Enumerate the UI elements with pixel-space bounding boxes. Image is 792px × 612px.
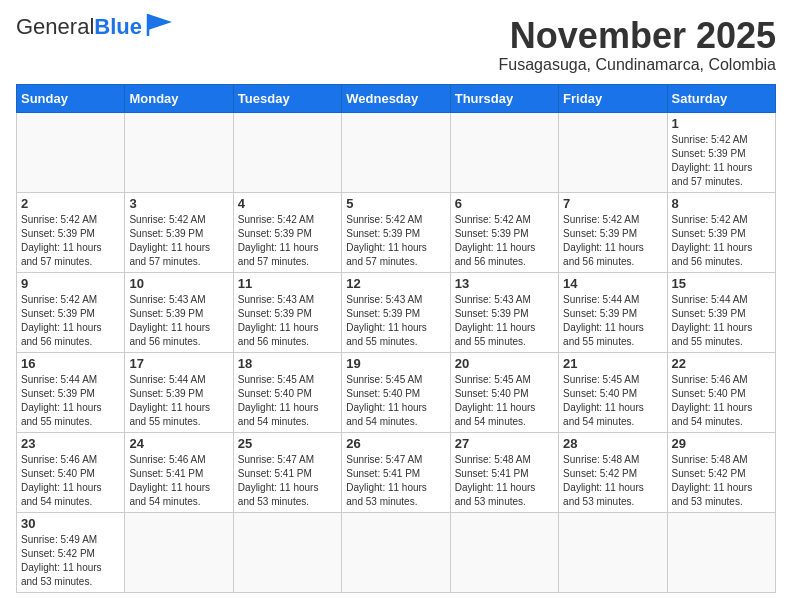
calendar-cell: 14Sunrise: 5:44 AM Sunset: 5:39 PM Dayli…: [559, 272, 667, 352]
day-number: 4: [238, 196, 337, 211]
calendar-cell: 1Sunrise: 5:42 AM Sunset: 5:39 PM Daylig…: [667, 112, 775, 192]
day-info: Sunrise: 5:42 AM Sunset: 5:39 PM Dayligh…: [21, 293, 120, 349]
calendar-cell: [342, 512, 450, 592]
day-number: 2: [21, 196, 120, 211]
day-number: 11: [238, 276, 337, 291]
day-info: Sunrise: 5:43 AM Sunset: 5:39 PM Dayligh…: [455, 293, 554, 349]
calendar-cell: [450, 112, 558, 192]
calendar-cell: 9Sunrise: 5:42 AM Sunset: 5:39 PM Daylig…: [17, 272, 125, 352]
day-info: Sunrise: 5:45 AM Sunset: 5:40 PM Dayligh…: [346, 373, 445, 429]
calendar-week-row: 23Sunrise: 5:46 AM Sunset: 5:40 PM Dayli…: [17, 432, 776, 512]
day-number: 20: [455, 356, 554, 371]
day-number: 29: [672, 436, 771, 451]
calendar-cell: 6Sunrise: 5:42 AM Sunset: 5:39 PM Daylig…: [450, 192, 558, 272]
calendar-cell: 26Sunrise: 5:47 AM Sunset: 5:41 PM Dayli…: [342, 432, 450, 512]
day-info: Sunrise: 5:44 AM Sunset: 5:39 PM Dayligh…: [21, 373, 120, 429]
title-area: November 2025 Fusagasuga, Cundinamarca, …: [499, 16, 776, 74]
calendar-cell: 29Sunrise: 5:48 AM Sunset: 5:42 PM Dayli…: [667, 432, 775, 512]
calendar-cell: 17Sunrise: 5:44 AM Sunset: 5:39 PM Dayli…: [125, 352, 233, 432]
day-number: 24: [129, 436, 228, 451]
day-info: Sunrise: 5:42 AM Sunset: 5:39 PM Dayligh…: [129, 213, 228, 269]
day-info: Sunrise: 5:48 AM Sunset: 5:41 PM Dayligh…: [455, 453, 554, 509]
calendar-cell: 18Sunrise: 5:45 AM Sunset: 5:40 PM Dayli…: [233, 352, 341, 432]
weekday-header-tuesday: Tuesday: [233, 84, 341, 112]
day-info: Sunrise: 5:46 AM Sunset: 5:40 PM Dayligh…: [21, 453, 120, 509]
weekday-header-sunday: Sunday: [17, 84, 125, 112]
day-number: 14: [563, 276, 662, 291]
calendar-cell: 8Sunrise: 5:42 AM Sunset: 5:39 PM Daylig…: [667, 192, 775, 272]
page-header: GeneralBlue November 2025 Fusagasuga, Cu…: [16, 16, 776, 74]
weekday-header-monday: Monday: [125, 84, 233, 112]
calendar-week-row: 16Sunrise: 5:44 AM Sunset: 5:39 PM Dayli…: [17, 352, 776, 432]
day-number: 3: [129, 196, 228, 211]
day-info: Sunrise: 5:48 AM Sunset: 5:42 PM Dayligh…: [563, 453, 662, 509]
day-info: Sunrise: 5:42 AM Sunset: 5:39 PM Dayligh…: [238, 213, 337, 269]
day-number: 7: [563, 196, 662, 211]
weekday-header-saturday: Saturday: [667, 84, 775, 112]
calendar-cell: 3Sunrise: 5:42 AM Sunset: 5:39 PM Daylig…: [125, 192, 233, 272]
day-info: Sunrise: 5:42 AM Sunset: 5:39 PM Dayligh…: [563, 213, 662, 269]
calendar-cell: 5Sunrise: 5:42 AM Sunset: 5:39 PM Daylig…: [342, 192, 450, 272]
day-info: Sunrise: 5:46 AM Sunset: 5:41 PM Dayligh…: [129, 453, 228, 509]
day-number: 25: [238, 436, 337, 451]
calendar-cell: 7Sunrise: 5:42 AM Sunset: 5:39 PM Daylig…: [559, 192, 667, 272]
day-info: Sunrise: 5:44 AM Sunset: 5:39 PM Dayligh…: [563, 293, 662, 349]
calendar-cell: 2Sunrise: 5:42 AM Sunset: 5:39 PM Daylig…: [17, 192, 125, 272]
calendar-cell: 12Sunrise: 5:43 AM Sunset: 5:39 PM Dayli…: [342, 272, 450, 352]
calendar-week-row: 2Sunrise: 5:42 AM Sunset: 5:39 PM Daylig…: [17, 192, 776, 272]
calendar-week-row: 1Sunrise: 5:42 AM Sunset: 5:39 PM Daylig…: [17, 112, 776, 192]
logo-flag-icon: [144, 12, 174, 38]
svg-marker-0: [148, 14, 172, 30]
day-number: 5: [346, 196, 445, 211]
calendar-cell: 11Sunrise: 5:43 AM Sunset: 5:39 PM Dayli…: [233, 272, 341, 352]
day-info: Sunrise: 5:46 AM Sunset: 5:40 PM Dayligh…: [672, 373, 771, 429]
calendar-week-row: 9Sunrise: 5:42 AM Sunset: 5:39 PM Daylig…: [17, 272, 776, 352]
calendar-cell: [125, 112, 233, 192]
weekday-header-wednesday: Wednesday: [342, 84, 450, 112]
calendar-cell: 13Sunrise: 5:43 AM Sunset: 5:39 PM Dayli…: [450, 272, 558, 352]
calendar-cell: 19Sunrise: 5:45 AM Sunset: 5:40 PM Dayli…: [342, 352, 450, 432]
calendar-cell: [233, 112, 341, 192]
calendar-cell: [559, 112, 667, 192]
day-info: Sunrise: 5:44 AM Sunset: 5:39 PM Dayligh…: [672, 293, 771, 349]
calendar-cell: 15Sunrise: 5:44 AM Sunset: 5:39 PM Dayli…: [667, 272, 775, 352]
calendar-cell: [17, 112, 125, 192]
logo-general-text: General: [16, 14, 94, 39]
day-number: 21: [563, 356, 662, 371]
calendar-cell: 27Sunrise: 5:48 AM Sunset: 5:41 PM Dayli…: [450, 432, 558, 512]
calendar-cell: [233, 512, 341, 592]
day-number: 28: [563, 436, 662, 451]
calendar-cell: 20Sunrise: 5:45 AM Sunset: 5:40 PM Dayli…: [450, 352, 558, 432]
day-info: Sunrise: 5:45 AM Sunset: 5:40 PM Dayligh…: [455, 373, 554, 429]
day-info: Sunrise: 5:42 AM Sunset: 5:39 PM Dayligh…: [21, 213, 120, 269]
day-number: 10: [129, 276, 228, 291]
day-info: Sunrise: 5:43 AM Sunset: 5:39 PM Dayligh…: [238, 293, 337, 349]
calendar-week-row: 30Sunrise: 5:49 AM Sunset: 5:42 PM Dayli…: [17, 512, 776, 592]
calendar-cell: 28Sunrise: 5:48 AM Sunset: 5:42 PM Dayli…: [559, 432, 667, 512]
day-info: Sunrise: 5:42 AM Sunset: 5:39 PM Dayligh…: [672, 133, 771, 189]
day-number: 23: [21, 436, 120, 451]
day-number: 6: [455, 196, 554, 211]
day-number: 26: [346, 436, 445, 451]
day-info: Sunrise: 5:42 AM Sunset: 5:39 PM Dayligh…: [455, 213, 554, 269]
calendar-cell: 25Sunrise: 5:47 AM Sunset: 5:41 PM Dayli…: [233, 432, 341, 512]
calendar-cell: 10Sunrise: 5:43 AM Sunset: 5:39 PM Dayli…: [125, 272, 233, 352]
calendar-cell: 22Sunrise: 5:46 AM Sunset: 5:40 PM Dayli…: [667, 352, 775, 432]
calendar-cell: 30Sunrise: 5:49 AM Sunset: 5:42 PM Dayli…: [17, 512, 125, 592]
day-number: 1: [672, 116, 771, 131]
day-number: 15: [672, 276, 771, 291]
day-number: 16: [21, 356, 120, 371]
logo-blue-text: Blue: [94, 14, 142, 39]
calendar-cell: [125, 512, 233, 592]
day-info: Sunrise: 5:49 AM Sunset: 5:42 PM Dayligh…: [21, 533, 120, 589]
day-number: 22: [672, 356, 771, 371]
day-number: 8: [672, 196, 771, 211]
month-title: November 2025: [499, 16, 776, 56]
calendar-cell: 24Sunrise: 5:46 AM Sunset: 5:41 PM Dayli…: [125, 432, 233, 512]
day-number: 13: [455, 276, 554, 291]
day-info: Sunrise: 5:43 AM Sunset: 5:39 PM Dayligh…: [346, 293, 445, 349]
day-number: 18: [238, 356, 337, 371]
weekday-header-friday: Friday: [559, 84, 667, 112]
weekday-header-thursday: Thursday: [450, 84, 558, 112]
weekday-header-row: SundayMondayTuesdayWednesdayThursdayFrid…: [17, 84, 776, 112]
